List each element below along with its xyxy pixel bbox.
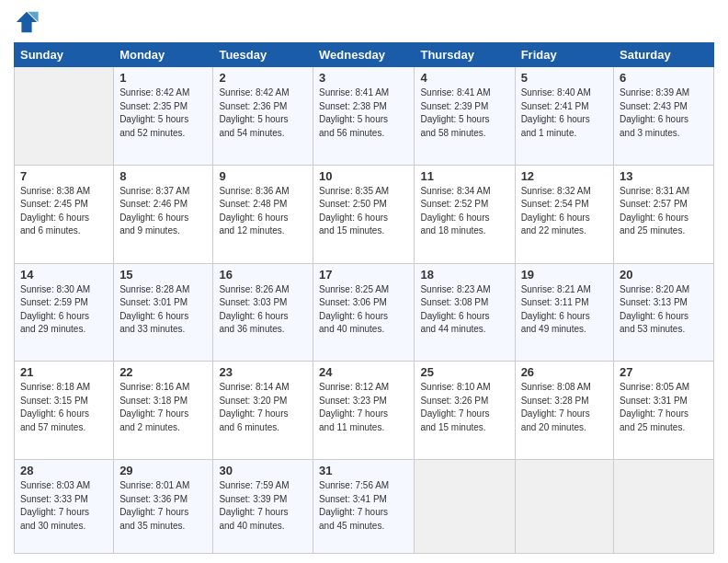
day-number: 4: [420, 71, 508, 85]
day-cell: 25Sunrise: 8:10 AM Sunset: 3:26 PM Dayli…: [415, 362, 515, 460]
day-number: 18: [420, 268, 508, 282]
day-cell: 7Sunrise: 8:38 AM Sunset: 2:45 PM Daylig…: [15, 165, 114, 263]
day-cell: 24Sunrise: 8:12 AM Sunset: 3:23 PM Dayli…: [313, 362, 415, 460]
day-info: Sunrise: 8:36 AM Sunset: 2:48 PM Dayligh…: [219, 185, 307, 238]
day-number: 11: [420, 169, 508, 183]
day-number: 21: [20, 365, 108, 379]
week-row-1: 1Sunrise: 8:42 AM Sunset: 2:35 PM Daylig…: [15, 67, 714, 166]
day-info: Sunrise: 8:25 AM Sunset: 3:06 PM Dayligh…: [319, 283, 408, 337]
day-cell: [515, 460, 613, 554]
day-info: Sunrise: 8:23 AM Sunset: 3:08 PM Dayligh…: [420, 283, 508, 337]
day-info: Sunrise: 8:32 AM Sunset: 2:54 PM Dayligh…: [521, 185, 608, 238]
day-number: 27: [620, 365, 708, 379]
day-cell: 12Sunrise: 8:32 AM Sunset: 2:54 PM Dayli…: [515, 165, 613, 263]
day-cell: 29Sunrise: 8:01 AM Sunset: 3:36 PM Dayli…: [114, 460, 213, 554]
week-row-3: 14Sunrise: 8:30 AM Sunset: 2:59 PM Dayli…: [15, 263, 714, 362]
day-cell: 6Sunrise: 8:39 AM Sunset: 2:43 PM Daylig…: [614, 67, 714, 166]
day-cell: 31Sunrise: 7:56 AM Sunset: 3:41 PM Dayli…: [313, 460, 415, 554]
weekday-tuesday: Tuesday: [213, 43, 313, 67]
day-number: 8: [119, 169, 207, 183]
day-cell: 11Sunrise: 8:34 AM Sunset: 2:52 PM Dayli…: [415, 165, 515, 263]
day-cell: 20Sunrise: 8:20 AM Sunset: 3:13 PM Dayli…: [614, 263, 714, 362]
day-number: 23: [219, 365, 307, 379]
day-number: 28: [20, 464, 108, 477]
day-cell: 9Sunrise: 8:36 AM Sunset: 2:48 PM Daylig…: [213, 165, 313, 263]
day-info: Sunrise: 8:26 AM Sunset: 3:03 PM Dayligh…: [219, 283, 307, 337]
day-number: 31: [319, 464, 408, 477]
day-number: 26: [521, 365, 608, 379]
day-info: Sunrise: 8:42 AM Sunset: 2:36 PM Dayligh…: [219, 86, 307, 140]
day-cell: 16Sunrise: 8:26 AM Sunset: 3:03 PM Dayli…: [213, 263, 313, 362]
day-number: 7: [20, 169, 108, 183]
day-info: Sunrise: 7:59 AM Sunset: 3:39 PM Dayligh…: [219, 479, 307, 533]
day-cell: 18Sunrise: 8:23 AM Sunset: 3:08 PM Dayli…: [415, 263, 515, 362]
day-info: Sunrise: 8:39 AM Sunset: 2:43 PM Dayligh…: [620, 86, 708, 140]
day-info: Sunrise: 8:16 AM Sunset: 3:18 PM Dayligh…: [119, 381, 207, 434]
calendar-container: SundayMondayTuesdayWednesdayThursdayFrid…: [0, 0, 728, 563]
day-info: Sunrise: 8:38 AM Sunset: 2:45 PM Dayligh…: [20, 185, 108, 238]
weekday-monday: Monday: [114, 43, 213, 67]
day-cell: 5Sunrise: 8:40 AM Sunset: 2:41 PM Daylig…: [515, 67, 613, 166]
day-number: 3: [319, 71, 408, 85]
week-row-4: 21Sunrise: 8:18 AM Sunset: 3:15 PM Dayli…: [15, 362, 714, 460]
day-cell: 17Sunrise: 8:25 AM Sunset: 3:06 PM Dayli…: [313, 263, 415, 362]
day-number: 12: [521, 169, 608, 183]
day-info: Sunrise: 8:37 AM Sunset: 2:46 PM Dayligh…: [119, 185, 207, 238]
weekday-header-row: SundayMondayTuesdayWednesdayThursdayFrid…: [15, 43, 714, 67]
day-number: 16: [219, 268, 307, 282]
day-number: 24: [319, 365, 408, 379]
day-info: Sunrise: 8:41 AM Sunset: 2:38 PM Dayligh…: [319, 86, 408, 140]
day-info: Sunrise: 8:35 AM Sunset: 2:50 PM Dayligh…: [319, 185, 408, 238]
day-cell: 13Sunrise: 8:31 AM Sunset: 2:57 PM Dayli…: [614, 165, 714, 263]
day-cell: 21Sunrise: 8:18 AM Sunset: 3:15 PM Dayli…: [15, 362, 114, 460]
day-cell: [415, 460, 515, 554]
day-cell: 3Sunrise: 8:41 AM Sunset: 2:38 PM Daylig…: [313, 67, 415, 166]
day-info: Sunrise: 8:41 AM Sunset: 2:39 PM Dayligh…: [420, 86, 508, 140]
week-row-5: 28Sunrise: 8:03 AM Sunset: 3:33 PM Dayli…: [15, 460, 714, 554]
day-info: Sunrise: 8:10 AM Sunset: 3:26 PM Dayligh…: [420, 381, 508, 434]
day-number: 17: [319, 268, 408, 282]
day-number: 6: [620, 71, 708, 85]
day-info: Sunrise: 8:05 AM Sunset: 3:31 PM Dayligh…: [620, 381, 708, 434]
logo-icon: [14, 9, 40, 35]
day-number: 5: [521, 71, 608, 85]
day-cell: 30Sunrise: 7:59 AM Sunset: 3:39 PM Dayli…: [213, 460, 313, 554]
day-info: Sunrise: 8:14 AM Sunset: 3:20 PM Dayligh…: [219, 381, 307, 434]
header: [14, 9, 714, 35]
day-info: Sunrise: 8:28 AM Sunset: 3:01 PM Dayligh…: [119, 283, 207, 337]
day-number: 29: [119, 464, 207, 477]
day-info: Sunrise: 8:30 AM Sunset: 2:59 PM Dayligh…: [20, 283, 108, 337]
day-number: 14: [20, 268, 108, 282]
day-info: Sunrise: 8:21 AM Sunset: 3:11 PM Dayligh…: [521, 283, 608, 337]
day-info: Sunrise: 8:18 AM Sunset: 3:15 PM Dayligh…: [20, 381, 108, 434]
day-cell: 4Sunrise: 8:41 AM Sunset: 2:39 PM Daylig…: [415, 67, 515, 166]
logo: [14, 9, 43, 35]
weekday-saturday: Saturday: [614, 43, 714, 67]
day-cell: 28Sunrise: 8:03 AM Sunset: 3:33 PM Dayli…: [15, 460, 114, 554]
weekday-sunday: Sunday: [15, 43, 114, 67]
day-info: Sunrise: 8:01 AM Sunset: 3:36 PM Dayligh…: [119, 479, 207, 533]
day-cell: [614, 460, 714, 554]
day-number: 25: [420, 365, 508, 379]
day-number: 15: [119, 268, 207, 282]
day-info: Sunrise: 8:31 AM Sunset: 2:57 PM Dayligh…: [620, 185, 708, 238]
day-info: Sunrise: 8:03 AM Sunset: 3:33 PM Dayligh…: [20, 479, 108, 533]
day-cell: 8Sunrise: 8:37 AM Sunset: 2:46 PM Daylig…: [114, 165, 213, 263]
day-number: 20: [620, 268, 708, 282]
day-info: Sunrise: 7:56 AM Sunset: 3:41 PM Dayligh…: [319, 479, 408, 533]
day-cell: 19Sunrise: 8:21 AM Sunset: 3:11 PM Dayli…: [515, 263, 613, 362]
day-number: 22: [119, 365, 207, 379]
calendar-table: SundayMondayTuesdayWednesdayThursdayFrid…: [14, 42, 714, 554]
day-cell: 10Sunrise: 8:35 AM Sunset: 2:50 PM Dayli…: [313, 165, 415, 263]
day-cell: 2Sunrise: 8:42 AM Sunset: 2:36 PM Daylig…: [213, 67, 313, 166]
day-info: Sunrise: 8:20 AM Sunset: 3:13 PM Dayligh…: [620, 283, 708, 337]
day-cell: 26Sunrise: 8:08 AM Sunset: 3:28 PM Dayli…: [515, 362, 613, 460]
day-number: 2: [219, 71, 307, 85]
day-cell: 22Sunrise: 8:16 AM Sunset: 3:18 PM Dayli…: [114, 362, 213, 460]
day-number: 10: [319, 169, 408, 183]
day-info: Sunrise: 8:34 AM Sunset: 2:52 PM Dayligh…: [420, 185, 508, 238]
day-info: Sunrise: 8:40 AM Sunset: 2:41 PM Dayligh…: [521, 86, 608, 140]
day-number: 30: [219, 464, 307, 477]
day-number: 1: [119, 71, 207, 85]
day-info: Sunrise: 8:12 AM Sunset: 3:23 PM Dayligh…: [319, 381, 408, 434]
